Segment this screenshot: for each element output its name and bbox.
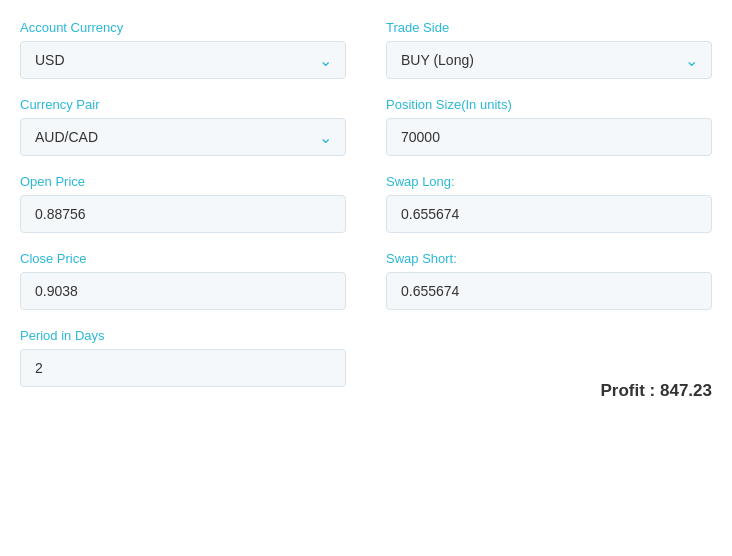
position-size-label: Position Size(In units) xyxy=(386,97,712,112)
profit-result-text: Profit : 847.23 xyxy=(601,381,713,401)
close-price-label: Close Price xyxy=(20,251,346,266)
currency-pair-field: Currency Pair AUD/CAD EUR/USD GBP/USD US… xyxy=(20,97,346,156)
open-price-field: Open Price xyxy=(20,174,346,233)
period-in-days-input[interactable] xyxy=(20,349,346,387)
trade-side-label: Trade Side xyxy=(386,20,712,35)
trade-side-wrapper: BUY (Long) SELL (Short) ⌄ xyxy=(386,41,712,79)
currency-pair-wrapper: AUD/CAD EUR/USD GBP/USD USD/JPY ⌄ xyxy=(20,118,346,156)
swap-long-field: Swap Long: xyxy=(386,174,712,233)
close-price-field: Close Price xyxy=(20,251,346,310)
swap-short-label: Swap Short: xyxy=(386,251,712,266)
profit-result-row: Profit : 847.23 xyxy=(386,328,712,405)
swap-long-input[interactable] xyxy=(386,195,712,233)
swap-long-label: Swap Long: xyxy=(386,174,712,189)
swap-short-field: Swap Short: xyxy=(386,251,712,310)
period-in-days-field: Period in Days xyxy=(20,328,346,387)
trade-side-select[interactable]: BUY (Long) SELL (Short) xyxy=(386,41,712,79)
swap-short-input[interactable] xyxy=(386,272,712,310)
position-size-field: Position Size(In units) xyxy=(386,97,712,156)
position-size-input[interactable] xyxy=(386,118,712,156)
account-currency-field: Account Currency USD EUR GBP JPY ⌄ xyxy=(20,20,346,79)
account-currency-wrapper: USD EUR GBP JPY ⌄ xyxy=(20,41,346,79)
close-price-input[interactable] xyxy=(20,272,346,310)
account-currency-select[interactable]: USD EUR GBP JPY xyxy=(20,41,346,79)
currency-pair-label: Currency Pair xyxy=(20,97,346,112)
account-currency-label: Account Currency xyxy=(20,20,346,35)
period-in-days-label: Period in Days xyxy=(20,328,346,343)
currency-pair-select[interactable]: AUD/CAD EUR/USD GBP/USD USD/JPY xyxy=(20,118,346,156)
open-price-input[interactable] xyxy=(20,195,346,233)
open-price-label: Open Price xyxy=(20,174,346,189)
trade-side-field: Trade Side BUY (Long) SELL (Short) ⌄ xyxy=(386,20,712,79)
